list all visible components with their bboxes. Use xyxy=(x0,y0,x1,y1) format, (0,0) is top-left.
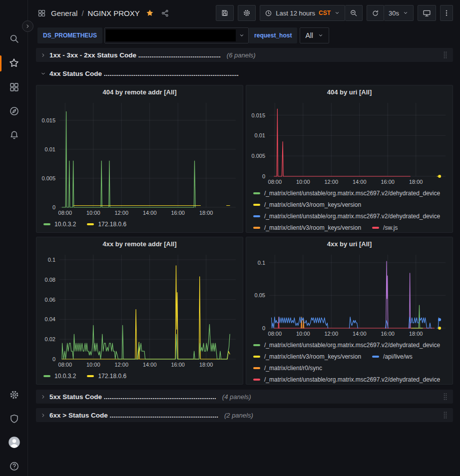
drag-handle-icon[interactable] xyxy=(442,410,449,420)
save-dashboard-button[interactable] xyxy=(216,5,234,21)
timeseries-chart[interactable]: 08:0010:0012:0014:0016:0018:0000.050.1 xyxy=(246,251,453,338)
panel-header[interactable]: 4xx by remote addr [All] xyxy=(36,237,243,251)
legend-item[interactable]: /_matrix/client/unstable/org.matrix.msc2… xyxy=(253,187,440,199)
svg-text:12:00: 12:00 xyxy=(324,179,338,185)
legend-item[interactable]: /_matrix/client/v3/room_keys/version xyxy=(253,351,361,362)
grafana-logo-icon[interactable] xyxy=(4,3,23,22)
refresh-interval-picker[interactable]: 30s xyxy=(384,5,414,21)
series-color-swatch xyxy=(372,356,379,358)
row-title: 6xx > Status Code ......................… xyxy=(49,412,218,419)
legend-item[interactable]: 172.18.0.6 xyxy=(87,218,126,230)
breadcrumb-dashboard-title: NGINX PROXY xyxy=(88,9,140,17)
legend-item[interactable]: /_matrix/client/unstable/org.matrix.msc2… xyxy=(253,210,440,222)
panel-header[interactable]: 404 by uri [All] xyxy=(246,85,453,99)
user-avatar[interactable] xyxy=(7,436,20,449)
row-6xx[interactable]: 6xx > Status Code ......................… xyxy=(36,408,453,422)
time-range-picker[interactable]: Last 12 hours CST xyxy=(260,5,345,21)
chevron-down-icon xyxy=(239,32,245,38)
svg-text:08:00: 08:00 xyxy=(58,362,72,368)
share-icon[interactable] xyxy=(161,9,169,17)
svg-text:10:00: 10:00 xyxy=(86,210,100,216)
explore-nav-icon[interactable] xyxy=(7,104,20,117)
legend-item[interactable]: /_matrix/client/v3/room_keys/version xyxy=(253,222,361,232)
series-label: /sw.js xyxy=(383,224,398,231)
variable-label[interactable]: request_host xyxy=(249,27,297,43)
panel-4xx-by-uri: 4xx by uri [All] 08:0010:0012:0014:0016:… xyxy=(246,237,453,385)
series-color-swatch xyxy=(253,344,260,346)
monitor-icon xyxy=(423,9,431,17)
svg-text:0.08: 0.08 xyxy=(45,277,55,283)
svg-text:14:00: 14:00 xyxy=(353,179,367,185)
legend-item[interactable]: 10.0.3.2 xyxy=(43,218,76,230)
dashboard-grid-icon xyxy=(37,9,46,17)
legend-item[interactable]: /_matrix/client/unstable/org.matrix.msc2… xyxy=(253,374,440,384)
drag-handle-icon[interactable] xyxy=(442,392,449,402)
row-4xx[interactable]: 4xx Status Code ........................… xyxy=(36,66,453,80)
legend-item[interactable]: 172.18.0.6 xyxy=(87,370,126,382)
time-controls-group: Last 12 hours CST xyxy=(260,5,363,21)
legend-item[interactable]: 10.0.3.2 xyxy=(43,370,76,382)
svg-text:12:00: 12:00 xyxy=(114,362,128,368)
legend-item[interactable]: /api/live/ws xyxy=(372,351,413,362)
svg-text:0.015: 0.015 xyxy=(251,112,265,118)
breadcrumb-section[interactable]: General xyxy=(51,9,77,17)
panel-header[interactable]: 4xx by uri [All] xyxy=(246,237,453,251)
server-admin-shield-icon[interactable] xyxy=(7,412,20,425)
timeseries-chart[interactable]: 08:0010:0012:0014:0016:0018:0000.0050.01… xyxy=(36,99,243,217)
more-options-button[interactable] xyxy=(440,5,453,21)
request-host-select[interactable]: All xyxy=(300,27,329,43)
panel-404-by-uri: 404 by uri [All] 08:0010:0012:0014:0016:… xyxy=(246,85,453,233)
clock-icon xyxy=(265,9,272,17)
help-icon[interactable] xyxy=(7,460,20,473)
timeseries-chart[interactable]: 08:0010:0012:0014:0016:0018:0000.020.040… xyxy=(36,251,243,369)
svg-text:14:00: 14:00 xyxy=(143,210,157,216)
zoom-out-time-button[interactable] xyxy=(345,5,363,21)
legend-item[interactable]: /_matrix/client/v3/room_keys/version xyxy=(253,199,361,210)
save-icon xyxy=(221,9,229,17)
series-label: 10.0.3.2 xyxy=(54,373,76,380)
panel-404-by-remote-addr: 404 by remote addr [All] 08:0010:0012:00… xyxy=(36,85,243,233)
dashboard-settings-button[interactable] xyxy=(238,5,256,21)
cycle-view-mode-button[interactable] xyxy=(418,5,436,21)
refresh-interval-label: 30s xyxy=(389,9,399,17)
legend-item[interactable]: /sw.js xyxy=(372,222,398,232)
svg-text:0.01: 0.01 xyxy=(255,132,265,138)
svg-text:0.1: 0.1 xyxy=(48,257,55,263)
dashboards-nav-icon[interactable] xyxy=(7,80,20,93)
series-label: 172.18.0.6 xyxy=(98,373,126,380)
row-5xx[interactable]: 5xx Status Code ........................… xyxy=(36,390,453,404)
row-1xx-3xx-2xx[interactable]: 1xx - 3xx - 2xx Status Code ............… xyxy=(36,48,453,62)
svg-text:0.005: 0.005 xyxy=(41,175,55,181)
drag-handle-icon[interactable] xyxy=(442,50,449,60)
svg-text:0: 0 xyxy=(52,204,55,210)
search-icon[interactable] xyxy=(7,32,20,45)
datasource-select[interactable] xyxy=(104,27,249,43)
svg-text:16:00: 16:00 xyxy=(171,210,185,216)
series-label: /_matrix/client/unstable/org.matrix.msc2… xyxy=(264,213,440,220)
series-label: /_matrix/client/r0/sync xyxy=(264,365,322,372)
svg-text:0.005: 0.005 xyxy=(251,153,265,159)
row-panel-count: (4 panels) xyxy=(222,393,251,401)
alerting-bell-icon[interactable] xyxy=(7,128,20,141)
legend-item[interactable]: /_matrix/client/unstable/org.matrix.msc2… xyxy=(253,339,440,351)
kebab-icon xyxy=(443,9,451,17)
starred-nav-icon[interactable] xyxy=(7,56,20,69)
series-label: /_matrix/client/unstable/org.matrix.msc2… xyxy=(264,190,440,197)
timeseries-chart[interactable]: 08:0010:0012:0014:0016:0018:0000.0050.01… xyxy=(246,99,453,186)
row-title: 1xx - 3xx - 2xx Status Code ............… xyxy=(49,51,221,59)
variable-label[interactable]: DS_PROMETHEUS xyxy=(37,27,102,43)
favorite-star-icon[interactable] xyxy=(145,8,154,17)
series-color-swatch xyxy=(253,367,260,369)
configuration-gear-icon[interactable] xyxy=(7,388,20,401)
dashboard-canvas: 1xx - 3xx - 2xx Status Code ............… xyxy=(28,45,460,476)
svg-text:18:00: 18:00 xyxy=(199,362,213,368)
refresh-button[interactable] xyxy=(367,5,384,21)
legend: /_matrix/client/unstable/org.matrix.msc2… xyxy=(246,338,453,384)
legend-item[interactable]: /_matrix/client/r0/sync xyxy=(253,362,322,374)
svg-text:08:00: 08:00 xyxy=(268,179,282,185)
sidebar-expand-button[interactable] xyxy=(22,20,33,32)
row-title: 5xx Status Code ........................… xyxy=(49,393,216,401)
panel-header[interactable]: 404 by remote addr [All] xyxy=(36,85,243,99)
breadcrumb-separator: / xyxy=(81,9,83,17)
gear-icon xyxy=(243,9,251,17)
